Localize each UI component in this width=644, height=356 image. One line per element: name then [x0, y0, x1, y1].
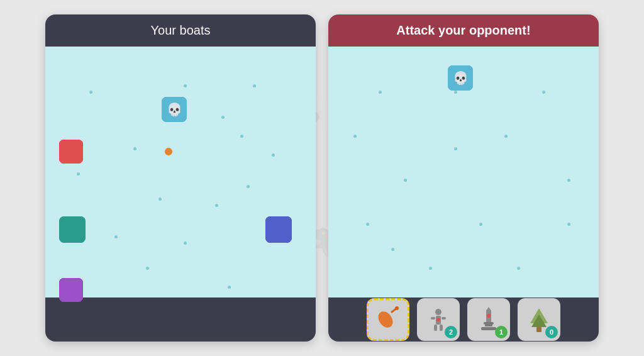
svg-rect-6: [441, 317, 446, 320]
svg-rect-5: [431, 317, 435, 320]
svg-point-2: [395, 306, 399, 310]
svg-rect-8: [440, 325, 443, 331]
opp-skull-3: 💀: [448, 65, 473, 91]
bomb-weapon[interactable]: [367, 298, 409, 341]
bomb-icon: [374, 306, 402, 333]
svg-rect-15: [481, 327, 496, 330]
attack-header: Attack your opponent!: [328, 14, 599, 47]
svg-rect-12: [484, 322, 494, 325]
skull-segment-3: 💀: [162, 97, 187, 122]
svg-rect-18: [536, 327, 541, 332]
red-seg-5: [59, 140, 83, 164]
svg-point-14: [487, 314, 491, 318]
grid-dots-left: [45, 47, 316, 298]
svg-point-9: [436, 318, 440, 321]
purple-seg-4: [59, 278, 83, 302]
tree-badge: 0: [545, 326, 558, 338]
your-boats-card: Your boats: [45, 14, 316, 342]
attack-title: Attack your opponent!: [396, 23, 530, 37]
left-card-footer: [45, 298, 316, 342]
your-boats-header: Your boats: [45, 14, 316, 47]
your-boats-grid: 💀 💀 💀: [45, 47, 316, 298]
your-boats-title: Your boats: [151, 23, 211, 37]
cards-container: Your boats: [45, 14, 599, 342]
svg-point-3: [435, 309, 441, 315]
teal-seg-2: [59, 216, 86, 243]
nuclear-badge: 2: [445, 326, 457, 338]
missile-weapon[interactable]: 1: [467, 298, 510, 341]
attack-grid[interactable]: 💀 💀 💀: [328, 47, 599, 298]
missile-badge: 1: [495, 326, 508, 338]
weapon-footer: 2 1: [328, 298, 599, 342]
svg-rect-7: [434, 325, 437, 331]
svg-marker-11: [486, 307, 491, 311]
attack-card[interactable]: Attack your opponent!: [328, 14, 599, 342]
blue-seg-3: [265, 216, 292, 243]
hit-marker: [165, 148, 172, 155]
tree-weapon[interactable]: 0: [518, 298, 560, 341]
nuclear-weapon[interactable]: 2: [417, 298, 460, 341]
svg-rect-13: [485, 325, 492, 326]
